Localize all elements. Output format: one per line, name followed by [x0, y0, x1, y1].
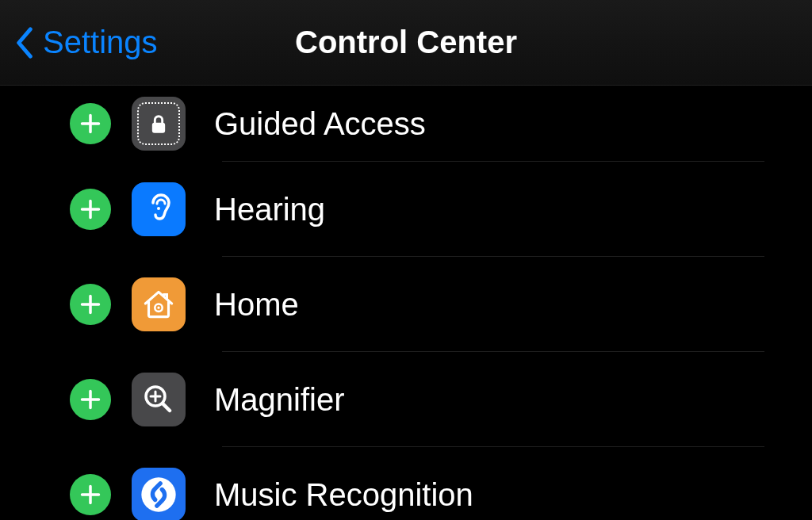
list-item-music-recognition[interactable]: Music Recognition [48, 447, 764, 520]
add-button[interactable] [70, 284, 111, 325]
item-label: Guided Access [214, 106, 426, 142]
add-button[interactable] [70, 189, 111, 230]
lock-icon [132, 97, 186, 151]
add-button[interactable] [70, 379, 111, 420]
svg-point-1 [157, 207, 160, 210]
list-item-magnifier[interactable]: Magnifier [48, 352, 764, 447]
back-button[interactable]: Settings [14, 25, 158, 60]
list-item-hearing[interactable]: Hearing [48, 162, 764, 257]
svg-point-3 [157, 307, 159, 309]
list-item-guided-access[interactable]: Guided Access [48, 86, 764, 162]
house-icon [132, 277, 186, 331]
item-label: Hearing [214, 192, 325, 228]
list-item-home[interactable]: Home [48, 257, 764, 352]
back-label: Settings [43, 25, 158, 60]
add-button[interactable] [70, 103, 111, 144]
item-label: Home [214, 287, 299, 323]
ear-icon [132, 182, 186, 236]
nav-bar: Settings Control Center [0, 0, 812, 86]
svg-rect-0 [152, 123, 165, 133]
chevron-left-icon [14, 25, 35, 60]
add-button[interactable] [70, 474, 111, 515]
magnifier-icon [132, 373, 186, 426]
item-label: Magnifier [214, 382, 345, 418]
page-title: Control Center [295, 25, 517, 60]
item-label: Music Recognition [214, 477, 473, 513]
shazam-icon [132, 468, 186, 520]
control-center-list: Guided Access Hearing [0, 86, 812, 520]
